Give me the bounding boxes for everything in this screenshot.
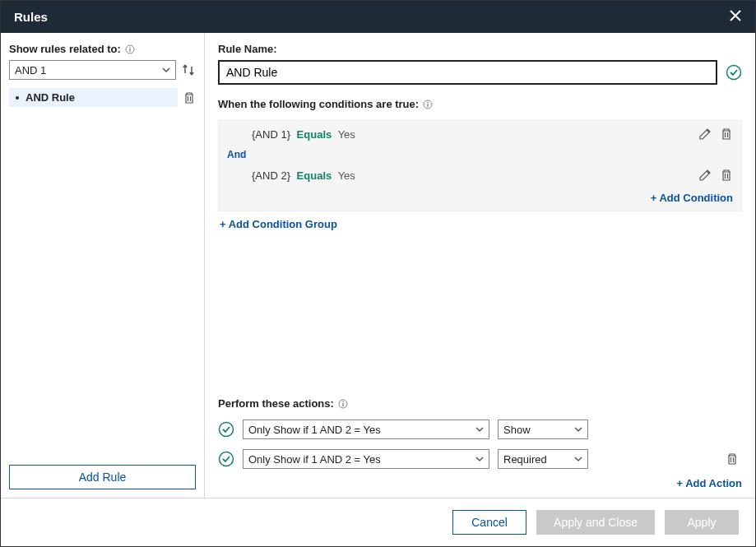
condition-text: {AND 2} Equals Yes	[252, 169, 698, 182]
cancel-button[interactable]: Cancel	[452, 510, 526, 535]
condition-group: {AND 1} Equals Yes And	[218, 120, 742, 211]
actions-label-text: Perform these actions:	[218, 397, 334, 410]
conditions-label-text: When the following conditions are true:	[218, 98, 419, 110]
main-panel: Rule Name: When the following conditions…	[205, 33, 755, 498]
apply-close-button[interactable]: Apply and Close	[536, 510, 655, 535]
add-action-link[interactable]: + Add Action	[676, 477, 742, 489]
apply-label: Apply	[687, 516, 716, 529]
rule-name-label: Rule Name:	[218, 43, 742, 55]
sort-icon[interactable]	[181, 63, 196, 77]
add-condition-group-link[interactable]: + Add Condition Group	[220, 218, 337, 230]
apply-close-label: Apply and Close	[554, 516, 638, 529]
svg-point-10	[220, 423, 234, 437]
info-icon[interactable]	[423, 100, 433, 109]
action-field-value: Only Show if 1 AND 2 = Yes	[248, 424, 381, 436]
action-field-value: Only Show if 1 AND 2 = Yes	[248, 453, 381, 466]
rule-list-item-button[interactable]: AND Rule	[9, 88, 178, 107]
filter-select-value: AND 1	[15, 64, 46, 76]
rule-name-row	[218, 60, 742, 85]
rule-list-item-label: AND Rule	[26, 91, 75, 104]
chevron-down-icon	[475, 453, 484, 466]
cancel-label: Cancel	[471, 516, 508, 529]
svg-rect-6	[427, 104, 428, 107]
bullet-icon	[16, 96, 19, 100]
filter-row: AND 1	[9, 60, 196, 80]
chevron-down-icon	[475, 424, 484, 436]
trash-icon[interactable]	[178, 91, 196, 104]
condition-operator: Equals	[297, 169, 332, 182]
actions-label: Perform these actions:	[218, 397, 742, 410]
add-rule-button[interactable]: Add Rule	[9, 465, 196, 489]
svg-point-5	[427, 101, 429, 103]
action-row: Only Show if 1 AND 2 = Yes Show	[218, 415, 742, 444]
check-circle-icon	[726, 64, 742, 81]
condition-row: {AND 2} Equals Yes	[219, 162, 741, 188]
svg-point-8	[342, 401, 344, 402]
condition-actions	[698, 169, 733, 182]
pencil-icon[interactable]	[698, 169, 712, 182]
modal-body: Show rules related to: AND 1	[1, 33, 755, 498]
add-action-row: + Add Action	[218, 474, 742, 489]
actions-section: Perform these actions: Only Show if 1 AN…	[218, 397, 742, 489]
action-do-value: Show	[503, 424, 531, 436]
rule-list-item: AND Rule	[9, 88, 196, 107]
check-circle-icon	[218, 421, 234, 438]
and-separator: And	[219, 147, 741, 162]
condition-field: {AND 1}	[252, 128, 290, 141]
add-condition-row: + Add Condition	[219, 188, 741, 211]
action-do-select[interactable]: Required	[498, 449, 588, 469]
conditions-label: When the following conditions are true:	[218, 98, 742, 110]
add-rule-label: Add Rule	[79, 471, 127, 484]
svg-point-1	[129, 46, 131, 48]
trash-icon[interactable]	[720, 169, 733, 182]
condition-actions	[698, 127, 733, 141]
sidebar: Show rules related to: AND 1	[1, 33, 205, 498]
svg-rect-9	[342, 403, 343, 406]
trash-icon[interactable]	[721, 452, 742, 466]
rule-name-input[interactable]	[218, 60, 717, 85]
modal-footer: Cancel Apply and Close Apply	[1, 498, 755, 546]
chevron-down-icon	[574, 453, 582, 466]
add-condition-link[interactable]: + Add Condition	[651, 192, 733, 204]
chevron-down-icon	[574, 424, 582, 436]
check-circle-icon	[218, 451, 234, 467]
condition-text: {AND 1} Equals Yes	[252, 128, 698, 141]
info-icon[interactable]	[125, 44, 135, 54]
rule-name-label-text: Rule Name:	[218, 43, 277, 55]
filter-label-text: Show rules related to:	[9, 43, 121, 55]
rules-modal: Rules Show rules related to: AND 1	[0, 0, 756, 547]
svg-rect-2	[129, 49, 130, 52]
close-icon[interactable]	[729, 9, 742, 25]
main-spacer	[218, 237, 742, 397]
condition-value: Yes	[338, 169, 355, 182]
svg-point-11	[220, 452, 234, 466]
condition-row: {AND 1} Equals Yes	[219, 121, 741, 147]
action-row: Only Show if 1 AND 2 = Yes Required	[218, 444, 742, 474]
modal-title: Rules	[14, 10, 48, 24]
filter-select[interactable]: AND 1	[9, 60, 176, 80]
condition-field: {AND 2}	[252, 169, 290, 182]
svg-point-3	[727, 66, 741, 80]
modal-header: Rules	[1, 1, 755, 33]
action-field-select[interactable]: Only Show if 1 AND 2 = Yes	[243, 420, 489, 439]
condition-value: Yes	[338, 128, 355, 141]
chevron-down-icon	[162, 64, 170, 76]
sidebar-spacer	[9, 107, 196, 465]
trash-icon[interactable]	[720, 127, 733, 141]
info-icon[interactable]	[338, 399, 348, 409]
condition-operator: Equals	[297, 128, 332, 141]
filter-label: Show rules related to:	[9, 43, 196, 55]
action-do-value: Required	[503, 453, 547, 466]
apply-button[interactable]: Apply	[665, 510, 739, 535]
action-do-select[interactable]: Show	[498, 420, 588, 439]
pencil-icon[interactable]	[698, 127, 712, 141]
add-condition-group-row: + Add Condition Group	[218, 211, 742, 237]
action-field-select[interactable]: Only Show if 1 AND 2 = Yes	[243, 449, 489, 469]
